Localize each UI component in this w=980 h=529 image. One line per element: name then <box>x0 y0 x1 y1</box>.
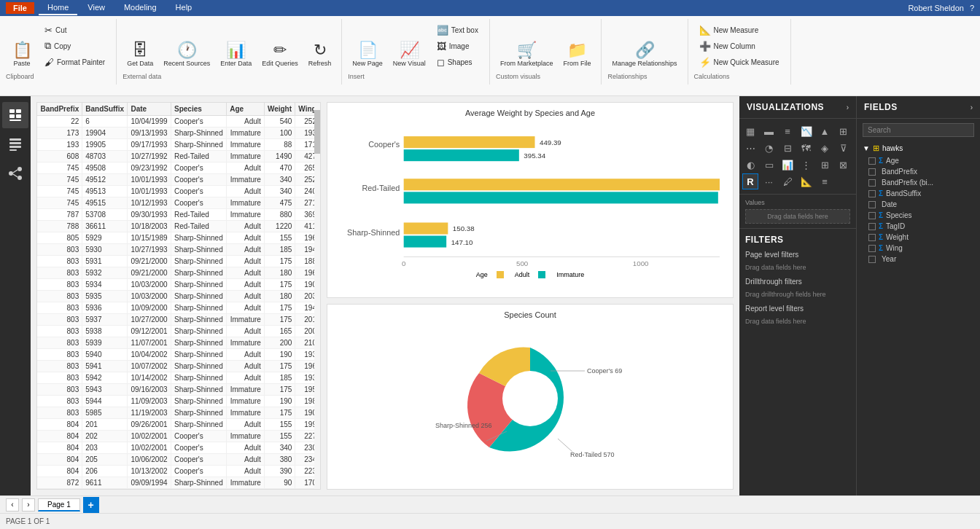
table-cell-species: Cooper's <box>171 186 226 197</box>
viz-format-icon[interactable]: 🖊 <box>779 173 796 189</box>
viz-filled-map-icon[interactable]: ◈ <box>817 140 833 156</box>
viz-matrix-icon[interactable]: ⊠ <box>836 157 852 173</box>
viz-scatter-icon[interactable]: ⋯ <box>742 140 758 156</box>
table-cell-species: Sharp-Shinned <box>171 244 226 256</box>
shapes-button[interactable]: ◻ Shapes <box>432 55 483 69</box>
page-1-tab[interactable]: Page 1 <box>38 498 80 512</box>
field-item-tagid[interactable]: ΣTagID <box>860 221 977 232</box>
bar-chart-container[interactable]: Average Weight by Species and Age Cooper… <box>327 102 734 298</box>
refresh-button[interactable]: ↻ Refresh <box>304 22 336 70</box>
cut-icon: ✂ <box>44 25 52 36</box>
viz-panel-expand[interactable]: › <box>847 103 849 111</box>
viz-table-icon[interactable]: ⊞ <box>817 157 833 173</box>
page-next-button[interactable]: › <box>22 498 35 512</box>
recent-sources-button[interactable]: 🕐 Recent Sources <box>159 22 214 70</box>
viz-more-icon[interactable]: ··· <box>761 173 777 189</box>
svg-text:0: 0 <box>402 259 405 267</box>
field-item-wing[interactable]: ΣWing <box>860 243 977 254</box>
field-item-age[interactable]: ΣAge <box>860 155 977 166</box>
drillthrough-drop[interactable]: Drag drillthrough fields here <box>745 289 850 300</box>
viz-treemap-icon[interactable]: ⊟ <box>779 140 796 156</box>
new-visual-button[interactable]: 📈 New Visual <box>389 22 430 70</box>
field-item-date[interactable]: Date <box>860 199 977 210</box>
viz-kpi-icon[interactable]: 📊 <box>779 157 796 173</box>
field-item-bandprefix[interactable]: BandPrefix <box>860 166 977 177</box>
filters-title: FILTERS <box>745 235 850 245</box>
viz-combo-icon[interactable]: ⊞ <box>836 123 852 139</box>
viz-stacked-bar-icon[interactable]: ≡ <box>779 123 796 139</box>
tab-modeling[interactable]: Modeling <box>115 1 166 15</box>
viz-fields-icon[interactable]: ≡ <box>817 173 833 189</box>
field-item-year[interactable]: Year <box>860 254 977 264</box>
table-cell-age: Adult <box>227 279 265 291</box>
viz-pie-icon[interactable]: ◔ <box>761 140 777 156</box>
image-button[interactable]: 🖼 Image <box>432 39 483 53</box>
viz-line-icon[interactable]: 📉 <box>798 123 814 139</box>
fields-panel-expand[interactable]: › <box>971 103 973 111</box>
table-cell-date: 09/23/1992 <box>128 162 171 174</box>
table-cell-age: Immature <box>227 384 265 396</box>
viz-r-script-icon[interactable]: R <box>742 173 758 189</box>
table-row: 803593710/27/2000Sharp-ShinnedImmature17… <box>37 314 320 326</box>
table-cell-weight: 340 <box>264 174 295 186</box>
title-bar-right: Robert Sheldon ? <box>908 4 974 12</box>
format-painter-button[interactable]: 🖌 Format Painter <box>39 55 110 69</box>
model-view-icon[interactable] <box>2 160 28 187</box>
viz-gauge-icon[interactable]: ◐ <box>742 157 758 173</box>
enter-data-button[interactable]: 📊 Enter Data <box>216 22 256 70</box>
data-view-icon[interactable] <box>2 131 28 157</box>
donut-chart-container[interactable]: Species Count Cooper's 69 <box>327 304 734 490</box>
table-scrollbar[interactable] <box>314 103 320 489</box>
viz-area-icon[interactable]: ▲ <box>817 123 833 139</box>
copy-button[interactable]: ⧉ Copy <box>39 39 110 53</box>
file-button[interactable]: File <box>6 2 34 14</box>
viz-bar-icon[interactable]: ▦ <box>742 123 758 139</box>
svg-point-33 <box>502 371 558 426</box>
text-box-button[interactable]: 🔤 Text box <box>432 23 483 37</box>
viz-map-icon[interactable]: 🗺 <box>798 140 814 156</box>
field-item-bandprefix-(bi...[interactable]: BandPrefix (bi... <box>860 177 977 188</box>
field-item-weight[interactable]: ΣWeight <box>860 232 977 243</box>
table-cell-bandprefix: 803 <box>37 314 82 326</box>
svg-rect-1 <box>16 109 21 113</box>
table-cell-species: Sharp-Shinned <box>171 267 226 279</box>
new-measure-button[interactable]: 📐 New Measure <box>694 23 785 37</box>
tab-home[interactable]: Home <box>39 1 77 15</box>
hawks-group-header[interactable]: ▼ ⊞ hawks <box>860 141 977 155</box>
new-quick-measure-button[interactable]: ⚡ New Quick Measure <box>694 55 785 69</box>
page-level-drop[interactable]: Drag data fields here <box>745 262 850 273</box>
report-level-drop[interactable]: Drag data fields here <box>745 316 850 327</box>
table-cell-age: Adult <box>227 267 265 279</box>
fields-panel: FIELDS › ▼ ⊞ hawks ΣAgeBandPrefixBandPre… <box>856 96 980 495</box>
svg-rect-0 <box>9 109 15 113</box>
report-view-icon[interactable] <box>2 102 28 128</box>
viz-drop-zone[interactable]: Drag data fields here <box>745 209 850 224</box>
help-icon[interactable]: ? <box>970 4 974 12</box>
viz-analytics-icon[interactable]: 📐 <box>798 173 814 189</box>
fields-search-input[interactable] <box>863 123 974 137</box>
viz-funnel-icon[interactable]: ⊽ <box>836 140 852 156</box>
edit-queries-button[interactable]: ✏ Edit Queries <box>257 22 303 70</box>
new-page-button[interactable]: 📄 New Page <box>348 22 387 70</box>
add-page-button[interactable]: + <box>83 497 99 513</box>
table-cell-age: Adult <box>227 291 265 302</box>
page-prev-button[interactable]: ‹ <box>6 498 19 512</box>
cut-button[interactable]: ✂ Cut <box>39 23 110 37</box>
viz-column-icon[interactable]: ▬ <box>761 123 777 139</box>
svg-text:Sharp-Shinned: Sharp-Shinned <box>347 229 400 237</box>
viz-slicer-icon[interactable]: ⋮ <box>798 157 814 173</box>
col-header-bandsuffix: BandSuffix <box>82 103 128 116</box>
new-column-button[interactable]: ➕ New Column <box>694 39 785 53</box>
table-cell-weight: 1490 <box>264 151 295 162</box>
paste-button[interactable]: 📋 Paste <box>6 22 38 70</box>
get-data-button[interactable]: 🗄 Get Data <box>122 22 158 70</box>
tab-help[interactable]: Help <box>167 1 201 15</box>
field-item-species[interactable]: ΣSpecies <box>860 210 977 221</box>
from-marketplace-button[interactable]: 🛒 From Marketplace <box>496 22 558 70</box>
field-item-bandsuffix[interactable]: ΣBandSuffix <box>860 188 977 199</box>
viz-card-icon[interactable]: ▭ <box>761 157 777 173</box>
from-file-button[interactable]: 📁 From File <box>559 22 595 70</box>
tab-view[interactable]: View <box>79 1 114 15</box>
manage-relationships-button[interactable]: 🔗 Manage Relationships <box>607 22 681 70</box>
age-label: Age <box>476 271 488 278</box>
